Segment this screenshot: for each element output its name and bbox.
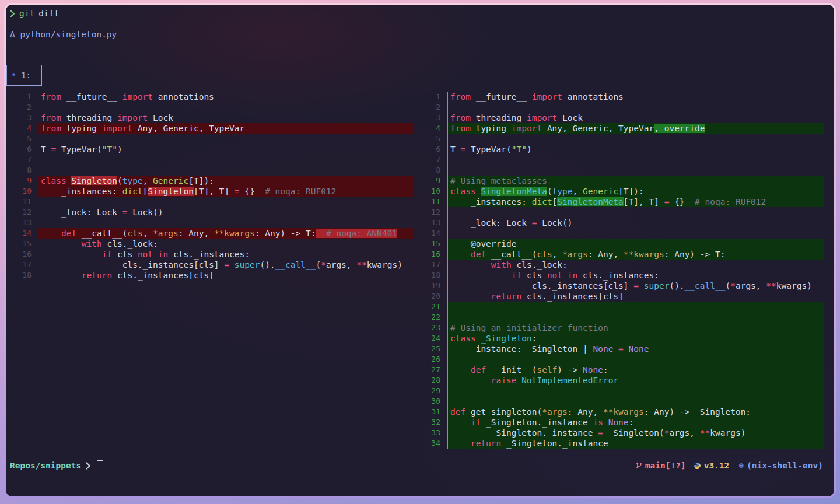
code-line: if cls not in cls._instances: — [448, 270, 824, 281]
code-token: cls._instances: — [168, 250, 250, 259]
code-token: ( — [117, 176, 123, 186]
line-number: 18 — [422, 270, 447, 281]
code-token — [450, 418, 471, 427]
code-token: _Singleton._instance — [501, 439, 608, 448]
code-token: class — [41, 176, 66, 186]
code-token: cls — [537, 250, 552, 259]
code-token: super — [235, 260, 260, 270]
code-token: _lock: Lock — [41, 208, 123, 217]
code-line — [448, 312, 824, 323]
git-branch-label: main[!?] — [645, 461, 686, 470]
code-token — [613, 344, 618, 354]
code-line: _lock: Lock = Lock() — [38, 207, 414, 218]
hunk-bullet-icon: • — [11, 70, 16, 80]
code-line: from threading import Lock — [38, 113, 414, 123]
line-number: 25 — [422, 344, 447, 354]
python-version-label: v3.12 — [704, 461, 730, 470]
terminal-window: git diff Δ python/singleton.py • 1: 1234… — [6, 5, 834, 496]
code-line: if cls not in cls._instances: — [38, 249, 414, 260]
code-line — [38, 165, 414, 176]
hunk-label: 1: — [21, 71, 31, 80]
nix-snowflake-icon: ❄ — [738, 461, 744, 470]
code-token: not — [547, 271, 562, 280]
code-line — [38, 102, 414, 113]
code-token: [T], T] — [194, 187, 235, 196]
code-token: _Singleton._instance — [450, 428, 598, 438]
code-line: class Singleton(type, Generic[T]): — [38, 176, 414, 186]
code-token: threading — [471, 113, 527, 123]
code-token: cls._instances: — [578, 271, 659, 280]
code-token: class — [450, 187, 476, 196]
code-line: from typing import Any, Generic, TypeVar — [38, 123, 414, 134]
code-token: T — [450, 145, 460, 154]
code-token — [41, 271, 82, 280]
code-token: (). — [260, 260, 275, 270]
code-token: , — [552, 250, 562, 259]
code-token: Lock — [148, 113, 173, 123]
line-number: 19 — [422, 281, 447, 291]
status-right: main[!?] v3.12 ❄ (nix-shell-env) — [635, 461, 823, 470]
code-line — [38, 134, 414, 144]
code-token: SingletonMeta — [557, 197, 624, 206]
code-token: ) — [117, 145, 123, 154]
code-line — [38, 155, 414, 165]
prompt-chevron-icon — [10, 10, 15, 18]
code-token: ** — [766, 281, 776, 290]
python-status: v3.12 — [694, 461, 730, 470]
code-token: None — [608, 418, 629, 427]
code-token: NotImplementedError — [522, 376, 618, 385]
code-token: *args — [153, 229, 178, 238]
python-icon — [694, 462, 701, 470]
code-token: *args — [542, 407, 568, 416]
line-number: 5 — [422, 134, 447, 144]
code-token: = — [235, 187, 240, 196]
line-number: 8 — [6, 165, 37, 176]
code-token: Generic — [583, 187, 618, 196]
code-token: **kwargs — [603, 407, 644, 416]
code-token: ( — [316, 260, 321, 270]
code-line: cls._instances[cls] = super().__call__(*… — [448, 281, 824, 291]
diff-file-header: Δ python/singleton.py — [10, 30, 117, 39]
prompt-chevron-icon — [86, 462, 91, 470]
line-number: 16 — [422, 249, 447, 260]
right-pane-line-numbers: 1234567891011121314151617181920212223242… — [422, 92, 447, 449]
line-number: 9 — [422, 176, 447, 186]
code-token: not — [138, 250, 153, 259]
code-token: Lock() — [127, 208, 163, 217]
code-token: args, — [736, 281, 766, 290]
code-line: @override — [448, 239, 824, 249]
code-token: def — [450, 407, 466, 416]
code-token: super — [644, 281, 670, 290]
code-token — [450, 271, 512, 280]
code-line: raise NotImplementedError — [448, 375, 824, 386]
code-token — [562, 271, 568, 280]
line-number: 7 — [422, 155, 447, 165]
status-bar: Repos/snippets main[!?] — [10, 459, 823, 472]
line-number: 27 — [422, 365, 447, 375]
code-token: from — [450, 92, 471, 102]
code-line: def get_singleton(*args: Any, **kwargs: … — [448, 407, 824, 417]
code-token: self — [537, 365, 557, 374]
hunk-header: • 1: — [6, 65, 42, 86]
code-token: : Any, — [588, 250, 624, 259]
code-line — [448, 134, 824, 144]
code-token: kwargs) — [367, 260, 402, 270]
terminal-cursor[interactable] — [97, 460, 103, 471]
line-number: 13 — [6, 218, 37, 228]
code-token: TypeVar( — [56, 145, 102, 154]
code-token — [450, 365, 471, 374]
line-number: 12 — [422, 207, 447, 218]
code-token — [517, 376, 522, 385]
code-token: dict — [532, 197, 552, 206]
code-token: type — [552, 187, 573, 196]
code-token: : Any, — [178, 229, 214, 238]
code-line: # Using an initializer function — [448, 323, 824, 333]
git-branch-icon — [635, 461, 643, 470]
code-token: cls._lock: — [102, 239, 158, 249]
code-line: from typing import Any, Generic, TypeVar… — [448, 123, 824, 134]
code-token: = — [224, 260, 229, 270]
code-token — [639, 281, 644, 290]
code-line: _instance: _Singleton | None = None — [448, 344, 824, 354]
code-token: , override — [654, 124, 705, 133]
code-token — [41, 229, 61, 238]
